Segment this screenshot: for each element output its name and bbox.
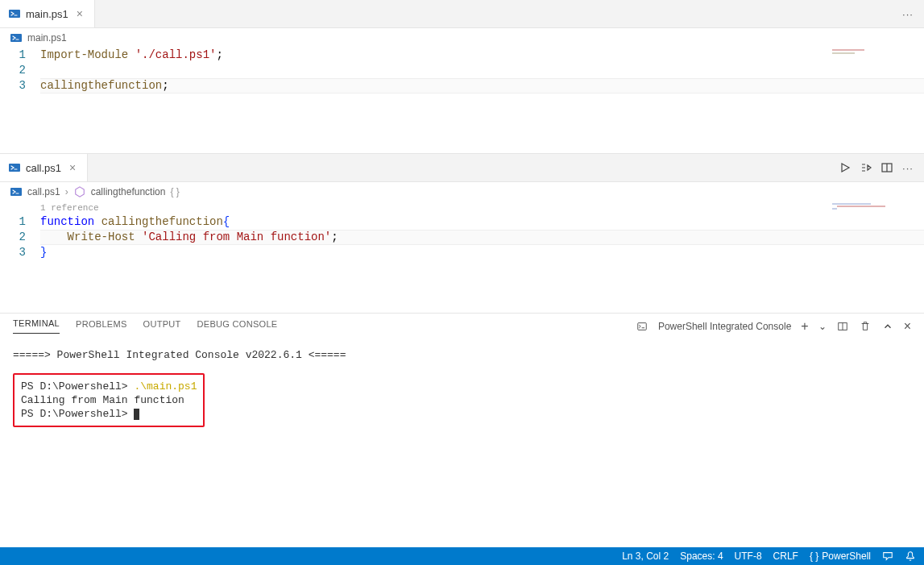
panel: TERMINAL PROBLEMS OUTPUT DEBUG CONSOLE P… — [0, 313, 924, 547]
svg-rect-6 — [638, 322, 647, 330]
line-number: 2 — [0, 63, 26, 78]
panel-tabs: TERMINAL PROBLEMS OUTPUT DEBUG CONSOLE P… — [0, 314, 924, 334]
token-keyword: function — [40, 215, 94, 228]
trash-icon[interactable] — [859, 320, 872, 333]
tab-call-ps1[interactable]: call.ps1 × — [0, 154, 88, 181]
indent — [40, 231, 68, 243]
terminal-banner: =====> PowerShell Integrated Console v20… — [13, 348, 911, 362]
panel-tab-output[interactable]: OUTPUT — [143, 319, 181, 334]
run-below-icon[interactable] — [860, 161, 872, 174]
codelens[interactable]: 1 reference — [40, 201, 99, 214]
status-eol[interactable]: CRLF — [773, 550, 798, 562]
run-icon[interactable] — [839, 161, 851, 174]
chevron-icon: › — [65, 186, 68, 197]
symbol-function-icon — [73, 185, 86, 198]
tabbar-2: call.ps1 × ··· — [0, 154, 924, 182]
breadcrumb-file: call.ps1 — [27, 186, 60, 197]
tab-label: main.ps1 — [26, 8, 68, 20]
editor-2[interactable]: 1 reference 1 2 3 function callingthefun… — [0, 201, 924, 260]
token-function: callingthefunction — [40, 79, 162, 92]
gutter-2: 1 2 3 — [0, 214, 40, 260]
minimap-2[interactable] — [827, 201, 924, 313]
minimap-1[interactable] — [827, 48, 924, 153]
powershell-file-icon — [10, 31, 23, 44]
gutter-1: 1 2 3 — [0, 48, 40, 93]
editor-group-1: main.ps1 × ··· main.ps1 1 2 3 Import-Mod… — [0, 0, 924, 153]
breadcrumb-2[interactable]: call.ps1 › callingthefunction { } — [0, 182, 924, 201]
panel-tab-problems[interactable]: PROBLEMS — [76, 319, 127, 334]
tab-actions-1: ··· — [901, 7, 924, 20]
breadcrumb-file: main.ps1 — [27, 32, 67, 44]
panel-actions: PowerShell Integrated Console + ⌄ × — [636, 319, 911, 334]
powershell-file-icon — [8, 7, 21, 20]
terminal-prompt: PS D:\Powershell> — [21, 380, 134, 393]
code-area-2[interactable]: function callingthefunction{ Write-Host … — [40, 214, 924, 260]
line-number: 3 — [0, 245, 26, 260]
new-terminal-icon[interactable]: + — [801, 319, 808, 334]
editor-group-2: call.ps1 × ··· call.ps1 › callingthefunc… — [0, 153, 924, 313]
bell-icon[interactable] — [905, 550, 916, 562]
split-editor-icon[interactable] — [880, 161, 893, 174]
token-string: 'Calling from Main function' — [142, 231, 331, 243]
status-language-label: PowerShell — [822, 550, 871, 562]
breadcrumb-1[interactable]: main.ps1 — [0, 28, 924, 48]
breadcrumb-symbol: callingthefunction — [91, 186, 166, 197]
terminal-command: .\main.ps1 — [134, 380, 197, 393]
status-spaces[interactable]: Spaces: 4 — [680, 550, 723, 562]
status-ln-col[interactable]: Ln 3, Col 2 — [622, 550, 669, 562]
maximize-panel-icon[interactable] — [881, 320, 894, 333]
close-icon[interactable]: × — [66, 161, 79, 174]
tab-main-ps1[interactable]: main.ps1 × — [0, 0, 95, 27]
terminal-output: Calling from Main function — [21, 393, 197, 407]
more-icon[interactable]: ··· — [901, 7, 914, 20]
token-function: Write-Host — [68, 231, 135, 243]
terminal-cursor — [134, 409, 139, 420]
breadcrumb-symbol-suffix: { } — [170, 186, 179, 197]
braces-icon: { } — [810, 550, 818, 562]
code-area-1[interactable]: Import-Module './call.ps1'; callingthefu… — [40, 48, 924, 93]
editor-1[interactable]: 1 2 3 Import-Module './call.ps1'; callin… — [0, 48, 924, 93]
tab-actions-2: ··· — [839, 161, 924, 174]
terminal-highlight-box: PS D:\Powershell> .\main.ps1 Calling fro… — [13, 373, 205, 427]
token-punct: ; — [216, 48, 222, 61]
panel-tab-terminal[interactable]: TERMINAL — [13, 318, 60, 334]
panel-tab-debug[interactable]: DEBUG CONSOLE — [197, 319, 278, 334]
line-number: 1 — [0, 214, 26, 230]
tabbar-1: main.ps1 × ··· — [0, 0, 924, 28]
token-punct: ; — [331, 231, 338, 243]
status-language[interactable]: { } PowerShell — [810, 550, 871, 562]
token-punct: ; — [162, 79, 168, 92]
feedback-icon[interactable] — [882, 550, 893, 562]
line-number: 1 — [0, 48, 26, 63]
token-brace: { — [223, 215, 230, 228]
close-panel-icon[interactable]: × — [904, 319, 911, 334]
line-number: 2 — [0, 230, 26, 245]
status-encoding[interactable]: UTF-8 — [735, 550, 762, 562]
terminal-name[interactable]: PowerShell Integrated Console — [658, 321, 791, 332]
token-function: callingthefunction — [102, 215, 223, 228]
close-icon[interactable]: × — [73, 7, 86, 20]
token-brace: } — [40, 246, 47, 259]
token-keyword: Import-Module — [40, 48, 128, 61]
terminal[interactable]: =====> PowerShell Integrated Console v20… — [0, 334, 924, 442]
terminal-profile-icon — [636, 320, 648, 333]
split-terminal-icon[interactable] — [836, 320, 849, 333]
powershell-file-icon — [8, 161, 21, 174]
tab-label: call.ps1 — [26, 162, 61, 174]
statusbar: Ln 3, Col 2 Spaces: 4 UTF-8 CRLF { } Pow… — [0, 547, 924, 565]
line-number: 3 — [0, 78, 26, 93]
terminal-prompt: PS D:\Powershell> — [21, 408, 134, 420]
powershell-file-icon — [10, 185, 23, 198]
token-string: './call.ps1' — [135, 48, 217, 61]
more-icon[interactable]: ··· — [901, 161, 914, 174]
terminal-dropdown-icon[interactable]: ⌄ — [818, 321, 827, 332]
